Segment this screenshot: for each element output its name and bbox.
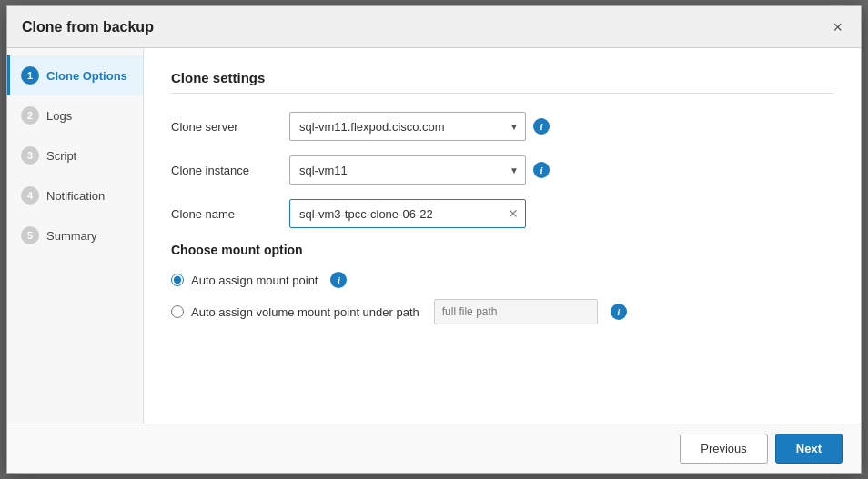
dialog-title: Clone from backup (22, 19, 154, 35)
sidebar-item-logs[interactable]: 2 Logs (7, 95, 143, 135)
clone-server-group: Clone server sql-vm11.flexpod.cisco.com … (171, 112, 833, 141)
mount-section-title: Choose mount option (171, 243, 833, 257)
previous-button[interactable]: Previous (680, 434, 768, 464)
sidebar-item-script[interactable]: 3 Script (7, 135, 143, 175)
clone-name-control: ✕ (289, 199, 526, 228)
step-num-5: 5 (21, 226, 39, 244)
sidebar-item-notification[interactable]: 4 Notification (7, 175, 143, 215)
dialog-footer: Previous Next (7, 424, 861, 473)
clone-instance-label: Clone instance (171, 164, 289, 177)
mount-options-group: Auto assign mount point i Auto assign vo… (171, 272, 833, 324)
step-num-2: 2 (21, 106, 39, 125)
next-button[interactable]: Next (775, 434, 843, 464)
clone-settings-title: Clone settings (171, 70, 833, 94)
clone-instance-group: Clone instance sql-vm11 ▼ i (171, 155, 833, 185)
clone-name-group: Clone name ✕ (171, 199, 833, 228)
clone-name-clear-button[interactable]: ✕ (508, 207, 519, 220)
sidebar-item-clone-options[interactable]: 1 Clone Options (7, 55, 143, 95)
clone-name-label: Clone name (171, 207, 289, 221)
sidebar: 1 Clone Options 2 Logs 3 Script 4 Notifi… (7, 48, 144, 424)
clone-server-select[interactable]: sql-vm11.flexpod.cisco.com (289, 112, 526, 141)
main-content: Clone settings Clone server sql-vm11.fle… (144, 48, 861, 424)
clone-server-info-icon[interactable]: i (533, 118, 550, 135)
sidebar-item-summary[interactable]: 5 Summary (7, 215, 143, 255)
volume-mount-label: Auto assign volume mount point under pat… (191, 305, 419, 319)
dialog-body: 1 Clone Options 2 Logs 3 Script 4 Notifi… (7, 48, 861, 424)
dialog-header: Clone from backup × (7, 6, 861, 48)
auto-mount-info-icon[interactable]: i (330, 272, 347, 288)
clone-server-control: sql-vm11.flexpod.cisco.com ▼ i (289, 112, 550, 141)
sidebar-label-logs: Logs (46, 109, 72, 123)
sidebar-label-summary: Summary (46, 229, 97, 243)
volume-mount-radio[interactable] (171, 305, 184, 318)
clone-server-label: Clone server (171, 120, 289, 134)
mount-option-auto: Auto assign mount point i (171, 272, 833, 288)
clone-name-input[interactable] (289, 199, 526, 228)
clone-instance-select-wrap: sql-vm11 ▼ (289, 155, 526, 185)
step-num-3: 3 (21, 146, 39, 165)
clone-instance-control: sql-vm11 ▼ i (289, 155, 550, 185)
sidebar-label-clone-options: Clone Options (46, 69, 127, 83)
sidebar-label-notification: Notification (46, 189, 105, 203)
clone-instance-select[interactable]: sql-vm11 (289, 155, 526, 185)
path-input[interactable] (434, 299, 598, 324)
volume-mount-info-icon[interactable]: i (611, 304, 627, 320)
close-button[interactable]: × (829, 19, 846, 35)
auto-mount-radio[interactable] (171, 274, 184, 286)
auto-mount-label: Auto assign mount point (191, 274, 318, 287)
clone-name-input-wrap: ✕ (289, 199, 526, 228)
clone-instance-info-icon[interactable]: i (533, 162, 550, 178)
mount-option-volume: Auto assign volume mount point under pat… (171, 299, 833, 324)
step-num-1: 1 (21, 66, 39, 85)
step-num-4: 4 (21, 186, 39, 205)
clone-server-select-wrap: sql-vm11.flexpod.cisco.com ▼ (289, 112, 526, 141)
clone-from-backup-dialog: Clone from backup × 1 Clone Options 2 Lo… (6, 5, 862, 474)
sidebar-label-script: Script (46, 149, 76, 163)
